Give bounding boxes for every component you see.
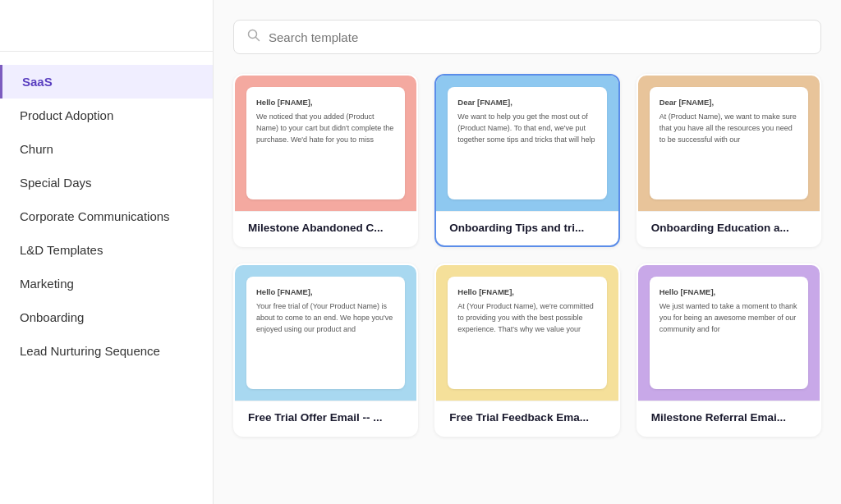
- card-name: Free Trial Feedback Ema...: [449, 411, 604, 424]
- card-preview: Hello [FNAME], We just wanted to take a …: [638, 265, 820, 401]
- card-preview-inner: Hello [FNAME], We noticed that you added…: [246, 87, 405, 199]
- sidebar-item-special-days[interactable]: Special Days: [0, 166, 213, 199]
- sidebar-item-corporate-communications[interactable]: Corporate Communications: [0, 199, 213, 233]
- template-card-free-trial-feedback[interactable]: Hello [FNAME], At (Your Product Name), w…: [434, 263, 619, 437]
- sidebar-item-saas[interactable]: SaaS: [0, 65, 213, 99]
- sidebar-nav: SaaSProduct AdoptionChurnSpecial DaysCor…: [0, 58, 213, 374]
- sidebar-item-lead-nurturing[interactable]: Lead Nurturing Sequence: [0, 334, 213, 368]
- card-name: Onboarding Education a...: [651, 222, 807, 234]
- card-preview: Dear [FNAME], We want to help you get th…: [436, 76, 618, 211]
- card-preview-inner: Dear [FNAME], We want to help you get th…: [448, 87, 606, 199]
- sidebar-item-product-adoption[interactable]: Product Adoption: [0, 99, 213, 132]
- card-name: Milestone Abandoned C...: [248, 222, 403, 234]
- card-name: Free Trial Offer Email -- ...: [248, 411, 403, 424]
- card-preview: Hello [FNAME], At (Your Product Name), w…: [436, 265, 618, 401]
- template-card-onboarding-education[interactable]: Dear [FNAME], At (Product Name), we want…: [636, 74, 821, 247]
- card-salutation: Hello [FNAME],: [659, 286, 798, 298]
- card-preview: Hello [FNAME], We noticed that you added…: [235, 76, 416, 211]
- sidebar-header: [0, 26, 213, 52]
- template-card-onboarding-tips[interactable]: Dear [FNAME], We want to help you get th…: [434, 74, 619, 247]
- card-body: We noticed that you added (Product Name)…: [256, 112, 395, 146]
- card-body: We want to help you get the most out of …: [457, 112, 596, 146]
- card-preview-inner: Dear [FNAME], At (Product Name), we want…: [650, 87, 808, 199]
- card-preview: Hello [FNAME], Your free trial of (Your …: [235, 265, 416, 401]
- template-grid: Hello [FNAME], We noticed that you added…: [233, 74, 821, 437]
- template-card-free-trial-offer[interactable]: Hello [FNAME], Your free trial of (Your …: [233, 263, 418, 437]
- template-card-milestone-abandoned[interactable]: Hello [FNAME], We noticed that you added…: [233, 74, 418, 247]
- svg-line-1: [256, 38, 260, 41]
- sidebar: SaaSProduct AdoptionChurnSpecial DaysCor…: [0, 0, 214, 504]
- card-body: Your free trial of (Your Product Name) i…: [256, 301, 395, 336]
- card-preview-inner: Hello [FNAME], At (Your Product Name), w…: [448, 277, 606, 389]
- sidebar-item-churn[interactable]: Churn: [0, 132, 213, 166]
- card-footer: Milestone Referral Emai...: [638, 401, 820, 435]
- card-body: At (Your Product Name), we're committed …: [457, 301, 596, 336]
- card-salutation: Dear [FNAME],: [457, 97, 596, 108]
- card-preview-inner: Hello [FNAME], We just wanted to take a …: [650, 277, 808, 389]
- sidebar-item-onboarding[interactable]: Onboarding: [0, 300, 213, 334]
- card-salutation: Hello [FNAME],: [457, 286, 596, 298]
- card-footer: Free Trial Feedback Ema...: [436, 401, 618, 435]
- card-preview-inner: Hello [FNAME], Your free trial of (Your …: [246, 277, 405, 389]
- card-salutation: Dear [FNAME],: [659, 97, 798, 108]
- card-name: Onboarding Tips and tri...: [449, 222, 604, 234]
- card-footer: Onboarding Tips and tri...: [436, 211, 618, 245]
- card-body: At (Product Name), we want to make sure …: [659, 112, 798, 146]
- card-salutation: Hello [FNAME],: [256, 286, 395, 298]
- card-body: We just wanted to take a moment to thank…: [659, 301, 798, 336]
- card-name: Milestone Referral Emai...: [651, 411, 807, 424]
- search-icon: [247, 29, 260, 45]
- card-footer: Onboarding Education a...: [638, 211, 820, 245]
- card-footer: Milestone Abandoned C...: [235, 211, 416, 245]
- card-footer: Free Trial Offer Email -- ...: [235, 401, 416, 435]
- card-salutation: Hello [FNAME],: [256, 97, 395, 108]
- search-bar: [233, 20, 821, 54]
- template-card-milestone-referral[interactable]: Hello [FNAME], We just wanted to take a …: [636, 263, 821, 437]
- search-input[interactable]: [269, 30, 807, 44]
- card-preview: Dear [FNAME], At (Product Name), we want…: [638, 76, 820, 211]
- main-content: Hello [FNAME], We noticed that you added…: [214, 0, 841, 504]
- sidebar-item-marketing[interactable]: Marketing: [0, 267, 213, 300]
- sidebar-item-ld-templates[interactable]: L&D Templates: [0, 233, 213, 267]
